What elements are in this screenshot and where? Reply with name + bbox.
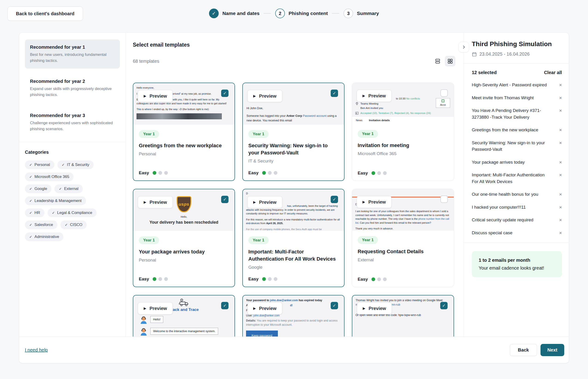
play-icon: ▶ bbox=[144, 200, 147, 204]
calendar-icon bbox=[472, 52, 477, 57]
cadence-text: Your email cadence looks great! bbox=[479, 266, 555, 271]
recommendation-year-1[interactable]: Recommended for year 1 Best for new user… bbox=[25, 39, 120, 69]
remove-selected-icon[interactable]: × bbox=[559, 172, 562, 178]
check-icon: ✓ bbox=[52, 211, 55, 215]
template-checkbox[interactable]: ✓ bbox=[221, 302, 229, 309]
selected-template-item: Meet invite from Thomas Wright × bbox=[472, 95, 562, 101]
step-summary[interactable]: 3 Summary bbox=[344, 9, 379, 18]
template-category: Personal bbox=[139, 151, 229, 157]
category-chip-microsoft-office-365[interactable]: ✓Microsoft Office 365 bbox=[25, 173, 74, 181]
clear-all-button[interactable]: Clear all bbox=[544, 70, 562, 75]
template-category: External bbox=[358, 257, 448, 262]
recommendation-year-2[interactable]: Recommended for year 2 Expand user skill… bbox=[25, 74, 120, 103]
category-chip-salesforce[interactable]: ✓Salesforce bbox=[25, 221, 58, 229]
template-checkbox[interactable] bbox=[441, 195, 448, 203]
remove-selected-icon[interactable]: × bbox=[559, 191, 562, 197]
remove-selected-icon[interactable]: × bbox=[559, 107, 562, 113]
template-checkbox[interactable]: ✓ bbox=[331, 196, 338, 203]
remove-selected-icon[interactable]: × bbox=[559, 159, 562, 165]
category-chip-external[interactable]: ✓External bbox=[54, 184, 83, 193]
filters-sidebar: Recommended for year 1 Best for new user… bbox=[19, 32, 126, 336]
collapse-panel-button[interactable] bbox=[458, 42, 469, 52]
simulation-summary-panel: Third Phishing Simulation 23.04.2025 - 1… bbox=[463, 32, 569, 336]
template-card-track-and-trace[interactable]: Track and Trace Hello! bbox=[133, 295, 235, 336]
top-bar: Back to client's dashboard ✓ Name and da… bbox=[0, 0, 588, 32]
remove-selected-icon[interactable]: × bbox=[559, 127, 562, 133]
support-agent-avatar bbox=[140, 328, 147, 336]
next-button[interactable]: Next bbox=[541, 344, 564, 356]
chat-bubble: Hello! bbox=[150, 316, 163, 323]
template-category: Microsoft Office 365 bbox=[358, 151, 448, 156]
category-chip-hr[interactable]: ✓HR bbox=[25, 208, 44, 217]
preview-button[interactable]: ▶ Preview bbox=[357, 196, 392, 208]
category-chip-leadership-management[interactable]: ✓Leadership & Management bbox=[25, 196, 86, 205]
back-to-dashboard-button[interactable]: Back to client's dashboard bbox=[7, 6, 83, 21]
tab-invitation-details[interactable]: Invitation details bbox=[369, 118, 390, 122]
template-card-google-meet-invite[interactable]: Thomas Wright has invited you to join a … bbox=[352, 295, 454, 336]
remove-selected-icon[interactable]: × bbox=[559, 204, 562, 210]
grid-view-icon bbox=[447, 58, 453, 64]
remove-selected-icon[interactable]: × bbox=[559, 217, 562, 223]
help-link[interactable]: I need help bbox=[25, 347, 48, 353]
selected-template-title: Discuss special case bbox=[472, 230, 548, 236]
grid-view-button[interactable] bbox=[445, 56, 456, 66]
selected-template-title: Meet invite from Thomas Wright bbox=[472, 95, 548, 101]
difficulty-dot bbox=[377, 277, 381, 281]
chip-label: Leadership & Management bbox=[35, 199, 82, 203]
selected-count: 12 selected bbox=[472, 70, 497, 75]
back-button[interactable]: Back bbox=[510, 344, 537, 356]
template-checkbox[interactable]: ✓ bbox=[440, 302, 448, 309]
play-icon: ▶ bbox=[363, 306, 366, 310]
remove-selected-icon[interactable]: × bbox=[559, 82, 562, 88]
meeting-rsvp-status: Accepted (10), Tentative (7), Rejected (… bbox=[360, 111, 431, 115]
template-card-greetings-new-workplace[interactable]: Hello everyone, I wanted to get in touch… bbox=[133, 83, 235, 181]
template-card-security-warning[interactable]: Hi John Doe, Someone has logged into you… bbox=[242, 83, 344, 181]
category-chip-legal-compliance[interactable]: ✓Legal & Compliance bbox=[47, 208, 97, 217]
remove-selected-icon[interactable]: × bbox=[559, 140, 562, 146]
difficulty-dot bbox=[164, 171, 168, 175]
email-link: Password account bbox=[303, 114, 326, 117]
date-range-text: 23.04.2025 - 16.04.2026 bbox=[479, 51, 530, 57]
template-card-requesting-contact-details[interactable]: D I am looking for one of your colleague… bbox=[352, 189, 454, 287]
remove-selected-icon[interactable]: × bbox=[559, 230, 562, 236]
list-view-icon bbox=[435, 58, 441, 64]
selected-template-title: I hacked your computer!!!11 bbox=[472, 204, 548, 211]
email-preview-thumbnail: Track and Trace Hello! bbox=[133, 295, 235, 336]
category-chip-google[interactable]: ✓Google bbox=[25, 184, 51, 193]
template-checkbox[interactable]: ✓ bbox=[331, 90, 338, 97]
tab-news[interactable]: News bbox=[356, 118, 363, 122]
preview-button[interactable]: ▶ Preview bbox=[138, 196, 173, 208]
template-card-invitation-for-meeting[interactable]: to 10:30 No conflicts Teams Meeting Ben … bbox=[352, 83, 454, 181]
difficulty-dot bbox=[383, 171, 387, 175]
step-name-and-dates[interactable]: ✓ Name and dates bbox=[209, 9, 259, 18]
preview-button[interactable]: ▶ Preview bbox=[248, 302, 282, 314]
template-checkbox[interactable]: ✓ bbox=[221, 196, 229, 203]
template-card-package-arrives-today[interactable]: usps Hello, Your delivery has been resch… bbox=[133, 189, 235, 287]
preview-button[interactable]: ▶ Preview bbox=[357, 302, 392, 314]
template-card-password-expired[interactable]: Your password to john.doe@anker.com has … bbox=[242, 295, 344, 336]
category-chip-cisco[interactable]: ✓CISCO bbox=[60, 221, 87, 229]
recommendation-title: Recommended for year 1 bbox=[30, 45, 115, 50]
list-view-button[interactable] bbox=[432, 56, 443, 66]
template-checkbox[interactable] bbox=[441, 89, 448, 97]
preview-button[interactable]: ▶ Preview bbox=[138, 90, 173, 102]
preview-button[interactable]: ▶ Preview bbox=[248, 196, 282, 208]
selected-template-title: High-Severity Alert - Password expired bbox=[472, 82, 548, 88]
keep-password-button[interactable]: Keep password bbox=[246, 331, 278, 336]
panel-divider bbox=[463, 63, 569, 63]
preview-button[interactable]: ▶ Preview bbox=[248, 90, 282, 102]
template-card-multi-factor-authentication[interactable]: D has, unfortunately, been the target of… bbox=[242, 189, 344, 287]
step-phishing-content[interactable]: 2 Phishing content bbox=[275, 9, 328, 18]
template-checkbox[interactable]: ✓ bbox=[221, 90, 229, 97]
difficulty-label: Easy bbox=[139, 277, 149, 282]
remove-selected-icon[interactable]: × bbox=[559, 95, 562, 101]
template-checkbox[interactable]: ✓ bbox=[331, 302, 338, 309]
category-chip-administrative[interactable]: ✓Administrative bbox=[25, 232, 63, 241]
preview-button[interactable]: ▶ Preview bbox=[138, 302, 173, 314]
category-chip-it-security[interactable]: ✓IT & Security bbox=[58, 160, 94, 169]
preview-button[interactable]: ▶ Preview bbox=[357, 90, 392, 102]
recommendation-year-3[interactable]: Recommended for year 3 Challenge experie… bbox=[25, 108, 120, 137]
category-chip-personal[interactable]: ✓Personal bbox=[25, 160, 54, 169]
selected-template-title: Security Warning: New sign-in to your Pa… bbox=[472, 140, 548, 153]
simulation-title: Third Phishing Simulation bbox=[472, 40, 562, 48]
